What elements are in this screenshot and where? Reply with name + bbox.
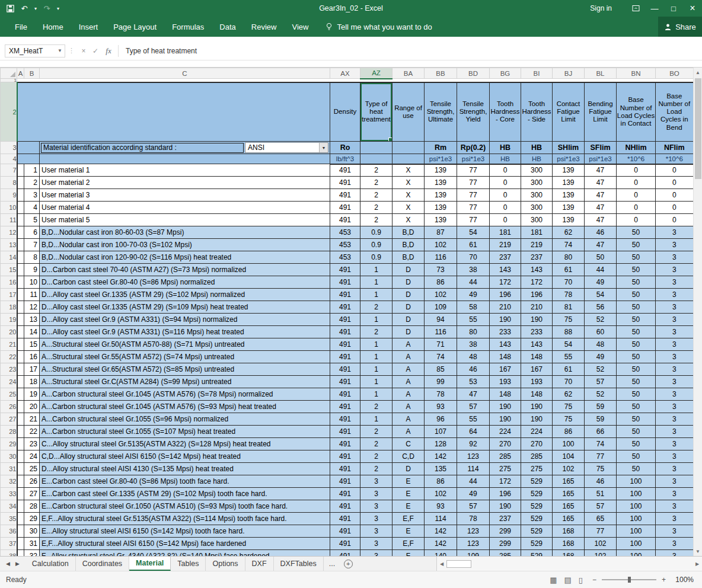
row-header-23[interactable]: 23 [1,363,17,376]
cell-AX35[interactable]: 491 [330,513,360,525]
cell-BD38[interactable]: 109 [457,550,490,557]
symbol-cell-BI[interactable]: HB [521,142,553,154]
cell-BA36[interactable]: E [393,525,425,538]
cell-A30[interactable] [17,450,24,463]
row-header-10[interactable]: 10 [1,202,17,214]
tell-me-box[interactable]: Tell me what you want to do [326,17,432,37]
cell-BB37[interactable]: 142 [425,538,457,550]
cell-BJ25[interactable]: 62 [553,388,585,401]
cell-BO18[interactable]: 3 [656,301,694,314]
cell-BD18[interactable]: 58 [457,301,490,314]
unit-cell-BO[interactable]: *10^6 [656,154,694,164]
cell-A32[interactable] [17,475,24,488]
cell-material-name[interactable]: User material 2 [40,177,330,189]
cell-BB29[interactable]: 128 [425,438,457,450]
unit-cell-BA[interactable] [393,154,425,164]
cell-BG10[interactable]: 0 [490,202,521,214]
cell-material-index[interactable]: 15 [24,338,40,351]
cell-material-name[interactable]: B,D...Nodular cast iron 120-90-02 (S=116… [40,251,330,264]
cell-AX18[interactable]: 491 [330,301,360,314]
row-header-25[interactable]: 25 [1,388,17,401]
cell-BN27[interactable]: 50 [617,413,656,426]
cell-AX20[interactable]: 491 [330,326,360,338]
cell-BJ27[interactable]: 75 [553,413,585,426]
header-blank-cell[interactable] [17,154,40,164]
cell-BI7[interactable]: 300 [521,164,553,177]
cell-BN8[interactable]: 0 [617,177,656,189]
cell-material-name[interactable]: B,D...Nodular cast iron 80-60-03 (S=87 M… [40,226,330,239]
cell-BJ23[interactable]: 61 [553,363,585,376]
symbol-cell-BB[interactable]: Rm [425,142,457,154]
cell-BI25[interactable]: 148 [521,388,553,401]
cell-BL11[interactable]: 47 [585,214,617,226]
column-header-BI[interactable]: BI [521,68,553,79]
sheet-tab-options[interactable]: Options [206,557,245,571]
row-header-9[interactable]: 9 [1,189,17,202]
cell-A34[interactable] [17,500,24,513]
cell-material-name[interactable]: A...Carbon structural steel Gr.1045 (AST… [40,401,330,413]
cell-material-name[interactable]: D...Alloy structural steel AISI 4130 (S=… [40,463,330,475]
cell-AZ21[interactable]: 1 [360,338,393,351]
cell-BO14[interactable]: 3 [656,251,694,264]
row-header-24[interactable]: 24 [1,376,17,388]
cell-BN14[interactable]: 50 [617,251,656,264]
sheet-tab-tables[interactable]: Tables [171,557,206,571]
cell-A9[interactable] [17,189,24,202]
ribbon-tab-home[interactable]: Home [35,17,71,37]
cell-BJ20[interactable]: 88 [553,326,585,338]
cell-AX26[interactable]: 491 [330,401,360,413]
cell-BJ35[interactable]: 165 [553,513,585,525]
cell-BA8[interactable]: X [393,177,425,189]
cell-BG31[interactable]: 275 [490,463,521,475]
cell-material-index[interactable]: 4 [24,202,40,214]
cell-BL38[interactable]: 102 [585,550,617,557]
cell-BJ21[interactable]: 54 [553,338,585,351]
cell-BA27[interactable]: A [393,413,425,426]
cell-BA30[interactable]: C,D [393,450,425,463]
cell-BB24[interactable]: 99 [425,376,457,388]
cell-material-index[interactable]: 32 [24,550,40,557]
cell-BB18[interactable]: 109 [425,301,457,314]
cell-BI26[interactable]: 190 [521,401,553,413]
row-header-35[interactable]: 35 [1,513,17,525]
cell-BN29[interactable]: 50 [617,438,656,450]
cell-BO29[interactable]: 3 [656,438,694,450]
cell-BI30[interactable]: 285 [521,450,553,463]
cell-A16[interactable] [17,276,24,289]
cell-AX17[interactable]: 491 [330,289,360,301]
cell-A21[interactable] [17,338,24,351]
cell-BN7[interactable]: 0 [617,164,656,177]
cell-BL19[interactable]: 52 [585,314,617,326]
cell-BJ15[interactable]: 61 [553,264,585,276]
cell-BJ19[interactable]: 75 [553,314,585,326]
cell-BB32[interactable]: 86 [425,475,457,488]
cell-material-name[interactable]: C...Alloy structural steel Gr.5135(ASTM … [40,438,330,450]
cell-BI28[interactable]: 224 [521,426,553,438]
cell-BD29[interactable]: 92 [457,438,490,450]
cell-BI35[interactable]: 529 [521,513,553,525]
cell-BO34[interactable]: 3 [656,500,694,513]
cell-BG28[interactable]: 224 [490,426,521,438]
cell-BN24[interactable]: 50 [617,376,656,388]
cell-material-name[interactable]: D...Alloy cast steel Gr.1335 (ASTM 29) (… [40,301,330,314]
cell-BD15[interactable]: 38 [457,264,490,276]
cell-BD24[interactable]: 53 [457,376,490,388]
cell-A24[interactable] [17,376,24,388]
cell-BO22[interactable]: 3 [656,351,694,363]
cell-BB16[interactable]: 86 [425,276,457,289]
cell-A33[interactable] [17,488,24,500]
cell-AZ7[interactable]: 2 [360,164,393,177]
cell-BG35[interactable]: 237 [490,513,521,525]
unit-cell-BD[interactable]: psi*1e3 [457,154,490,164]
cell-BG9[interactable]: 0 [490,189,521,202]
cell-AX36[interactable]: 491 [330,525,360,538]
cell-material-index[interactable]: 24 [24,450,40,463]
horizontal-scrollbar[interactable]: ◀ ▶ [436,557,702,571]
cell-BA12[interactable]: B,D [393,226,425,239]
cell-AZ25[interactable]: 1 [360,388,393,401]
cell-material-name[interactable]: E...Carbon structural steel Gr.1050 (AST… [40,500,330,513]
cell-BA26[interactable]: A [393,401,425,413]
cell-material-name[interactable]: E...Carbon cast steel Gr.80-40 (S=86 Mps… [40,475,330,488]
symbol-cell-BO[interactable]: NFlim [656,142,694,154]
cell-BB15[interactable]: 73 [425,264,457,276]
